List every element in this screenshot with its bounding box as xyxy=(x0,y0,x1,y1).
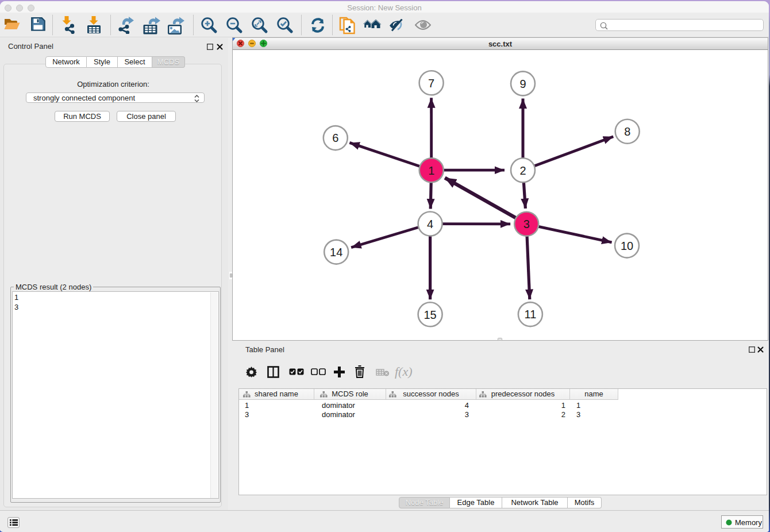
svg-text:2: 2 xyxy=(519,164,526,177)
svg-text:10: 10 xyxy=(621,240,633,252)
svg-text:4: 4 xyxy=(427,218,433,230)
svg-text:6: 6 xyxy=(332,132,338,144)
svg-text:11: 11 xyxy=(525,308,537,321)
svg-text:7: 7 xyxy=(428,77,434,90)
svg-text:15: 15 xyxy=(424,309,436,321)
svg-text:14: 14 xyxy=(330,246,342,259)
svg-text:8: 8 xyxy=(624,125,630,138)
svg-text:9: 9 xyxy=(519,78,526,90)
svg-text:3: 3 xyxy=(523,218,530,230)
svg-text:1: 1 xyxy=(428,164,434,177)
